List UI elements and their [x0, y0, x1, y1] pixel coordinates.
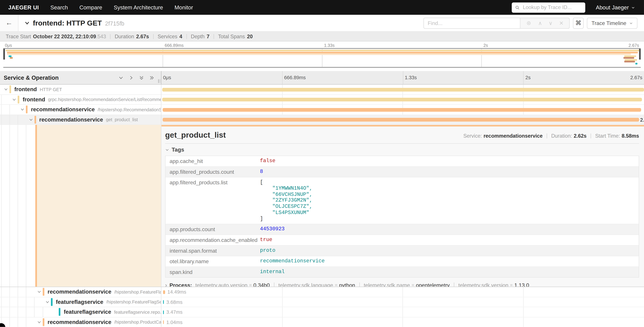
tag-row[interactable]: app.filtered_products.list[ "1YMWWN1N4O"… [166, 178, 639, 224]
collapse-children-chevron-icon[interactable] [4, 87, 8, 92]
span-timeline-cell[interactable]: 3.68ms [161, 297, 644, 307]
expand-all-icon[interactable] [149, 75, 154, 80]
span-name-cell[interactable]: frontendgrpc.hipstershop.RecommendationS… [0, 95, 161, 105]
next-match-icon[interactable]: ∨ [545, 20, 556, 26]
span-timeline-cell[interactable]: 3.47ms [161, 307, 644, 317]
about-jaeger-menu[interactable]: About Jaeger [596, 4, 644, 10]
span-name-cell[interactable]: recommendationservice/hipstershop.Recomm… [0, 105, 161, 115]
span-row[interactable]: recommendationservice/hipstershop.Featur… [0, 287, 644, 297]
tag-row[interactable]: app.cache_hitfalse [166, 156, 639, 167]
header-controls: ∧ ∨ ✕ ⌘ Trace Timeline [424, 18, 638, 28]
app-brand[interactable]: JAEGER UI [8, 4, 39, 10]
span-row[interactable]: featureflagservicefeatureflagservice.rep… [0, 307, 644, 317]
service-color-bar [51, 298, 52, 306]
collapse-children-chevron-icon[interactable] [12, 97, 16, 102]
tag-row[interactable]: span.kindinternal [166, 267, 639, 277]
column-resize-handle[interactable] [158, 79, 160, 83]
span-row[interactable]: recommendationserviceget_product_list2.6… [0, 115, 644, 125]
service-name: recommendationservice [48, 319, 111, 325]
span-bar[interactable] [162, 88, 644, 91]
timeline-tick-labels: 0μs666.89ms1.33s2s2.67s [161, 71, 644, 84]
clear-find-icon[interactable]: ✕ [556, 20, 567, 26]
indent-guide [18, 115, 18, 124]
back-button[interactable]: ← [0, 15, 18, 31]
trace-id-search[interactable] [512, 2, 585, 12]
minimap-span [7, 52, 638, 54]
tag-row[interactable]: otel.library.namerecommendationservice [166, 256, 639, 267]
span-row[interactable]: frontendHTTP GET [0, 84, 644, 95]
tag-value: internal [256, 267, 639, 277]
span-timeline-cell[interactable] [161, 84, 644, 95]
span-timeline-cell[interactable]: 14.49ms [161, 287, 644, 297]
prev-match-icon[interactable]: ∧ [535, 20, 545, 26]
span-bar[interactable] [163, 300, 164, 304]
operation-name: /hipstershop.FeatureFlagService... [114, 290, 161, 294]
tags-section-toggle[interactable]: Tags [165, 146, 639, 153]
collapse-trace-chevron-icon[interactable] [24, 20, 30, 27]
collapse-children-chevron-icon[interactable] [20, 107, 25, 112]
collapse-one-icon[interactable] [118, 75, 124, 80]
span-row[interactable]: recommendationservice/hipstershop.Produc… [0, 317, 644, 327]
nav-item-search[interactable]: Search [45, 4, 74, 10]
span-detail-row: get_product_list Service:recommendations… [0, 125, 644, 287]
find-input[interactable] [424, 18, 520, 28]
span-bar[interactable] [163, 320, 164, 324]
span-bar[interactable] [162, 98, 642, 102]
meta-label: Service: [463, 133, 482, 139]
span-detail-accent-fill [35, 125, 161, 287]
indent-guide [10, 287, 10, 296]
span-bar[interactable] [163, 118, 639, 122]
span-name-cell[interactable]: featureflagservicefeatureflagservice.rep… [0, 307, 161, 317]
expand-one-icon[interactable] [128, 75, 134, 80]
operation-name: /hipstershop.RecommendationService/Lis..… [98, 107, 161, 112]
minimap-right-scrubber[interactable] [639, 49, 641, 60]
span-bar[interactable] [163, 310, 164, 314]
trace-view-selector[interactable]: Trace Timeline [587, 18, 637, 28]
span-row[interactable]: recommendationservice/hipstershop.Recomm… [0, 105, 644, 115]
tag-row[interactable]: app.products.count44530923 [166, 224, 639, 235]
span-timeline-cell[interactable]: 2.62s [161, 115, 644, 125]
span-name-cell[interactable]: recommendationservice/hipstershop.Featur… [0, 287, 161, 297]
span-bar[interactable] [163, 290, 165, 294]
span-name-cell[interactable]: featureflagservice/hipstershop.FeatureFl… [0, 297, 161, 307]
span-timeline-cell[interactable] [161, 105, 644, 115]
operation-name: grpc.hipstershop.RecommendationService/L… [48, 97, 161, 102]
collapse-children-chevron-icon[interactable] [28, 117, 33, 122]
span-bar[interactable] [163, 108, 641, 112]
minimap-left-scrubber[interactable] [3, 49, 5, 60]
command-icon: ⌘ [575, 19, 582, 27]
process-row[interactable]: › Process: telemetry.auto.version=0.34b0… [165, 282, 639, 287]
collapse-children-chevron-icon[interactable] [37, 290, 42, 294]
collapse-children-chevron-icon[interactable] [37, 320, 42, 324]
tag-value: true [256, 235, 639, 245]
divider [214, 34, 214, 39]
nav-item-monitor[interactable]: Monitor [169, 4, 199, 10]
tag-row[interactable]: app.recommendation.cache_enabledtrue [166, 235, 639, 246]
indent-guide [42, 307, 43, 317]
nav-item-system-architecture[interactable]: System Architecture [108, 4, 169, 10]
tag-row[interactable]: internal.span.formatproto [166, 246, 639, 256]
nav-item-compare[interactable]: Compare [74, 4, 108, 10]
operation-name: /hipstershop.ProductCatalogSer... [114, 320, 161, 324]
span-row[interactable]: frontendgrpc.hipstershop.RecommendationS… [0, 95, 644, 105]
span-name-cell[interactable]: recommendationserviceget_product_list [0, 115, 161, 125]
tag-key: app.filtered_products.list [166, 178, 256, 224]
minimap-canvas[interactable] [3, 48, 641, 68]
process-tag: telemetry.sdk.name=opentelemetry [364, 282, 450, 287]
span-name-cell[interactable]: frontendHTTP GET [0, 84, 161, 95]
span-timeline-cell[interactable]: 1.04ms [161, 317, 644, 327]
trace-title-group[interactable]: frontend: HTTP GET 2f715fb [24, 19, 124, 27]
keyboard-shortcuts-button[interactable]: ⌘ [573, 18, 584, 28]
tag-row[interactable]: app.filtered_products.count8 [166, 167, 639, 178]
trace-id-search-input[interactable] [522, 4, 582, 10]
tag-key: internal.span.format [166, 246, 256, 256]
span-timeline-cell[interactable] [161, 95, 644, 105]
process-label: Process: [170, 282, 192, 287]
indent-guide [10, 115, 10, 124]
collapse-children-chevron-icon[interactable] [45, 300, 50, 304]
span-name-cell[interactable]: recommendationservice/hipstershop.Produc… [0, 317, 161, 327]
timeline-header: Service & Operation 0μs666.89ms1.33s2s2.… [0, 71, 644, 84]
span-row[interactable]: featureflagservice/hipstershop.FeatureFl… [0, 297, 644, 307]
collapse-all-icon[interactable] [139, 75, 144, 80]
focus-match-icon[interactable] [523, 20, 535, 26]
